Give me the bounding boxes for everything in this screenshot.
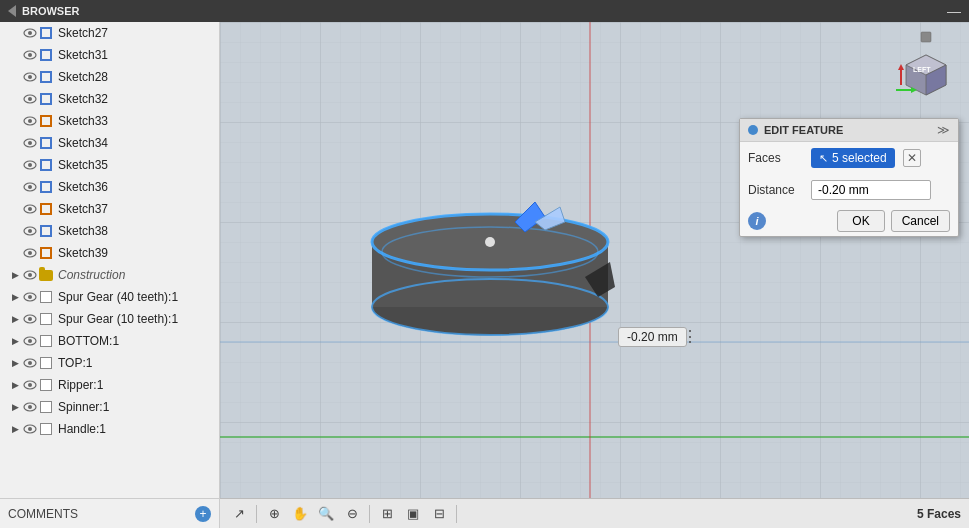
tooltip-menu-icon[interactable]: ⋮ (682, 327, 698, 346)
sidebar-item-sketch38[interactable]: Sketch38 (0, 220, 219, 242)
eye-icon[interactable] (22, 289, 38, 305)
cancel-button[interactable]: Cancel (891, 210, 950, 232)
eye-icon[interactable] (22, 377, 38, 393)
svg-rect-53 (921, 32, 931, 42)
orbit-tool-button[interactable]: ⊕ (263, 503, 285, 525)
eye-icon[interactable] (22, 267, 38, 283)
eye-icon[interactable] (22, 47, 38, 63)
collapse-arrow-icon[interactable] (8, 5, 16, 17)
item-label: Sketch37 (58, 202, 108, 216)
expand-icon[interactable]: ▶ (8, 334, 22, 348)
separator (456, 505, 457, 523)
folder-icon (38, 267, 54, 283)
expand-icon[interactable]: ▶ (8, 378, 22, 392)
pan-tool-button[interactable]: ✋ (289, 503, 311, 525)
sidebar-item-sketch39[interactable]: Sketch39 (0, 242, 219, 264)
expand-icon[interactable]: ▶ (8, 312, 22, 326)
faces-row: Faces ↖ 5 selected ✕ (740, 142, 958, 174)
item-label: Sketch39 (58, 246, 108, 260)
separator (369, 505, 370, 523)
sidebar-item-handle[interactable]: ▶ Handle:1 (0, 418, 219, 440)
sidebar-item-sketch27[interactable]: Sketch27 (0, 22, 219, 44)
expand-icon (8, 224, 22, 238)
eye-icon[interactable] (22, 113, 38, 129)
body-icon (38, 289, 54, 305)
eye-icon[interactable] (22, 69, 38, 85)
eye-icon[interactable] (22, 311, 38, 327)
ok-button[interactable]: OK (837, 210, 884, 232)
eye-icon[interactable] (22, 201, 38, 217)
eye-icon[interactable] (22, 399, 38, 415)
eye-icon[interactable] (22, 245, 38, 261)
sidebar-item-top[interactable]: ▶ TOP:1 (0, 352, 219, 374)
sidebar-item-sketch28[interactable]: Sketch28 (0, 66, 219, 88)
sidebar-item-sketch31[interactable]: Sketch31 (0, 44, 219, 66)
navigation-cube[interactable]: LEFT (891, 30, 961, 100)
sketch-icon (38, 157, 54, 173)
expand-icon (8, 48, 22, 62)
browser-topbar: BROWSER — (0, 0, 969, 22)
svg-point-25 (28, 295, 32, 299)
eye-icon[interactable] (22, 179, 38, 195)
item-label: Handle:1 (58, 422, 106, 436)
sketch-icon (38, 179, 54, 195)
item-label: Sketch31 (58, 48, 108, 62)
move-tool-button[interactable]: ↗ (228, 503, 250, 525)
eye-icon[interactable] (22, 223, 38, 239)
item-label: Spur Gear (10 teeth):1 (58, 312, 178, 326)
fit-button[interactable]: ⊖ (341, 503, 363, 525)
display-mode-button[interactable]: ⊞ (376, 503, 398, 525)
expand-icon[interactable]: ▶ (8, 356, 22, 370)
zoom-in-button[interactable]: 🔍 (315, 503, 337, 525)
expand-icon[interactable]: ▶ (8, 400, 22, 414)
sidebar-item-ripper[interactable]: ▶ Ripper:1 (0, 374, 219, 396)
eye-icon[interactable] (22, 135, 38, 151)
body-icon (38, 311, 54, 327)
status-text: 5 Faces (917, 507, 961, 521)
faces-clear-button[interactable]: ✕ (903, 149, 921, 167)
eye-icon[interactable] (22, 421, 38, 437)
sidebar-item-spur40[interactable]: ▶ Spur Gear (40 teeth):1 (0, 286, 219, 308)
item-label: Sketch35 (58, 158, 108, 172)
eye-icon[interactable] (22, 91, 38, 107)
sidebar-item-sketch35[interactable]: Sketch35 (0, 154, 219, 176)
browser-tree: Sketch27 Sketch31 Sketch28 Sketch32 (0, 22, 219, 498)
sketch-orange-icon (38, 201, 54, 217)
sketch-icon (38, 69, 54, 85)
sidebar-item-spur10[interactable]: ▶ Spur Gear (10 teeth):1 (0, 308, 219, 330)
expand-icon[interactable]: ▶ (8, 422, 22, 436)
faces-selected-button[interactable]: ↖ 5 selected (811, 148, 895, 168)
expand-icon (8, 180, 22, 194)
sidebar-item-spinner[interactable]: ▶ Spinner:1 (0, 396, 219, 418)
body-icon (38, 399, 54, 415)
panel-dot-icon (748, 125, 758, 135)
eye-icon[interactable] (22, 333, 38, 349)
eye-icon[interactable] (22, 355, 38, 371)
expand-icon (8, 92, 22, 106)
eye-icon[interactable] (22, 25, 38, 41)
sidebar-item-bottom[interactable]: ▶ BOTTOM:1 (0, 330, 219, 352)
sidebar-item-sketch34[interactable]: Sketch34 (0, 132, 219, 154)
3d-viewport[interactable]: -0.20 mm ⋮ LEFT (220, 22, 969, 498)
sidebar-item-sketch37[interactable]: Sketch37 (0, 198, 219, 220)
add-comment-button[interactable]: + (195, 506, 211, 522)
svg-text:LEFT: LEFT (913, 66, 931, 73)
expand-icon[interactable]: ▶ (8, 290, 22, 304)
svg-point-9 (28, 119, 32, 123)
distance-input[interactable] (811, 180, 931, 200)
sidebar-item-sketch32[interactable]: Sketch32 (0, 88, 219, 110)
edit-feature-panel: EDIT FEATURE ≫ Faces ↖ 5 selected ✕ Dist… (739, 118, 959, 237)
eye-icon[interactable] (22, 157, 38, 173)
sidebar-item-sketch36[interactable]: Sketch36 (0, 176, 219, 198)
close-browser-icon[interactable]: — (947, 3, 961, 19)
svg-point-52 (485, 237, 495, 247)
panel-expand-icon[interactable]: ≫ (937, 123, 950, 137)
expand-icon[interactable]: ▶ (8, 268, 22, 282)
sidebar-item-sketch33[interactable]: Sketch33 (0, 110, 219, 132)
sidebar-item-construction[interactable]: ▶ Construction (0, 264, 219, 286)
view-cube-button[interactable]: ⊟ (428, 503, 450, 525)
faces-label: Faces (748, 151, 803, 165)
grid-button[interactable]: ▣ (402, 503, 424, 525)
info-icon[interactable]: i (748, 212, 766, 230)
svg-marker-58 (898, 64, 904, 70)
